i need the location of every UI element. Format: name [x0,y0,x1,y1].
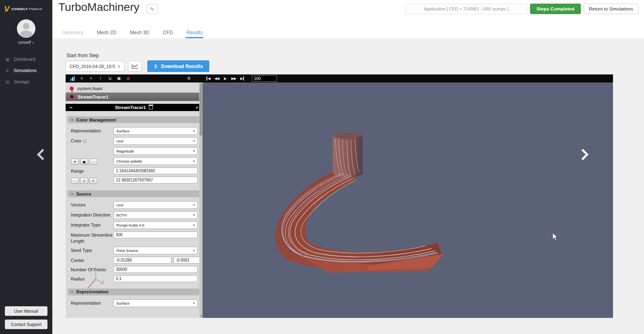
step-select[interactable]: CFD_2016-04-28_19:5 ∨ [66,61,124,72]
panel-scrollbar[interactable]: ▾ [199,82,202,318]
field-label: Number Of Points [71,266,114,273]
select-value: Choose palette [116,159,142,163]
page-header: TurboMachinery ✎ Application [ CFD + TUR… [52,0,644,39]
conself-logo: V CONSELF Platform [0,0,52,14]
avatar[interactable] [17,19,35,38]
info-icon[interactable]: i [96,74,105,82]
pipeline-item-streamtracer1[interactable]: StreamTracer1 [66,93,202,101]
sidebar-item-simulations[interactable]: ≡ Simulations [0,65,52,76]
fullscreen-icon[interactable]: ⇲ [105,74,114,82]
last-frame-icon: ▶ [240,76,244,80]
radius-input[interactable] [114,275,198,282]
tab-geometry[interactable]: Geometry [61,27,84,38]
record-icon[interactable]: ◉ [124,74,133,82]
dashboard-icon: ▦ [5,57,10,62]
chevron-down-icon: ▾ [193,249,195,252]
field-label: Maximum Streamline Length [71,231,114,244]
page-title: TurboMachinery [58,1,139,14]
forward-button[interactable]: ▶▶ [229,74,238,82]
max-streamline-input[interactable] [114,231,198,238]
scissors-icon[interactable]: ✂ [69,105,72,110]
more-colors-button[interactable]: ··· [89,159,97,165]
tab-mesh-3d[interactable]: Mesh 3D [129,27,150,38]
trash-icon[interactable] [149,105,153,109]
pencil-icon: ✎ [150,6,154,12]
pipeline-tree-icon[interactable]: ≡ [77,74,87,82]
section-color-management[interactable]: − Color Management [68,116,200,123]
color-drop-button[interactable]: ● [71,159,79,165]
apply-check-icon[interactable]: ✔ [196,105,199,110]
apply-range-button[interactable]: ✔ [89,178,97,184]
ellipsis-icon: ··· [73,179,76,183]
tab-mesh-2d[interactable]: Mesh 2D [96,27,117,38]
application-field[interactable]: Application [ CFD + TURBO - SRF pumps ] [405,4,527,14]
integration-direction-select[interactable]: BOTH▾ [114,211,198,219]
screenshot-icon[interactable]: ▣ [114,74,124,82]
colormap-button[interactable]: ▅ [80,159,88,165]
collapse-icon: − [71,192,73,196]
step-select-value: CFD_2016-04-28_19:5 [70,64,115,69]
play-button[interactable]: ▶ [221,74,229,82]
results-content: Start from Step CFD_2016-04-28_19:5 ∨ ⇩ … [52,38,644,334]
representation2-select[interactable]: Surface▾ [114,299,198,307]
check-icon: ✔ [92,179,95,183]
first-frame-button[interactable]: ◀ [204,74,213,82]
section-representation[interactable]: − Representation [68,289,200,295]
rescale-icon[interactable]: □ [83,138,86,144]
chevron-left-icon [37,149,48,160]
choose-palette-select[interactable]: Choose palette▾ [114,157,198,165]
playback-controls: ◀ ◀◀ ▶ ▶▶ ▶ [204,74,246,82]
settings-gear-icon[interactable]: ⚙ [184,74,194,82]
sidebar-item-dashboard[interactable]: ▦ Dashboard [0,54,52,65]
add-source-icon[interactable]: + [87,74,96,82]
center-y-input[interactable] [173,257,202,264]
scroll-down-icon[interactable]: ▾ [199,314,202,318]
download-results-button[interactable]: ⇩ Download Results [147,60,209,72]
return-to-simulations-button[interactable]: Return to Simulations [584,4,638,14]
pipeline-item-system-foam[interactable]: system.foam [66,84,202,93]
component-select[interactable]: Magnitude▾ [114,147,198,155]
integrator-type-select[interactable]: Runge-Kutta 4-5▾ [114,221,198,229]
range-options-button[interactable]: ··· [71,178,79,184]
select-value: Surface [116,129,130,133]
range-min-row: Range [66,166,202,175]
collapse-icon: − [71,289,73,294]
tab-results[interactable]: Results [186,27,203,38]
user-manual-button[interactable]: User Manual [5,306,47,316]
contact-support-button[interactable]: Contact Support [5,320,47,329]
range-min-input[interactable] [114,167,198,174]
rewind-button[interactable]: ◀◀ [213,74,221,82]
steps-completed-button[interactable]: Steps Completed [530,4,581,14]
last-frame-button[interactable]: ▶ [238,74,246,82]
color-row: Color□ Urel▾ [66,136,202,146]
download-icon: ⇩ [154,64,158,69]
representation-select[interactable]: Surface▾ [114,127,198,135]
properties-title-wrap: StreamTracer1 [66,105,202,110]
center-x-input[interactable] [114,257,171,264]
range-max-input[interactable] [114,177,198,183]
scrollbar-thumb[interactable] [200,83,202,136]
previous-page-arrow[interactable] [39,151,47,160]
user-menu[interactable]: conself∨ [0,40,52,45]
frame-counter[interactable] [252,75,277,82]
field-label: Seed Type [71,247,114,254]
chart-button[interactable] [128,61,142,72]
tab-cfd[interactable]: CFD [162,27,174,38]
edit-title-button[interactable]: ✎ [147,4,158,14]
color-array-select[interactable]: Urel▾ [114,137,198,145]
number-of-points-input[interactable] [114,266,198,273]
section-source[interactable]: − Source [68,190,200,197]
rescale-time-button[interactable]: ◷ [80,178,88,184]
next-page-arrow[interactable] [579,151,587,160]
visualizer-logo-icon[interactable] [68,76,77,81]
section-label: Source [76,192,91,196]
select-value: Magnitude [116,149,134,153]
vectors-select[interactable]: Urel▾ [114,201,198,209]
palette-icon: ▅ [83,160,85,163]
chevron-down-icon: ▾ [193,139,195,143]
section-label: Color Management [76,118,116,122]
sidebar-item-storage[interactable]: ▤ Storage [0,76,52,87]
3d-viewport[interactable] [202,82,613,318]
workflow-tabs: Geometry Mesh 2D Mesh 3D CFD Results [61,27,203,38]
seed-type-select[interactable]: Point Source▾ [114,247,198,254]
